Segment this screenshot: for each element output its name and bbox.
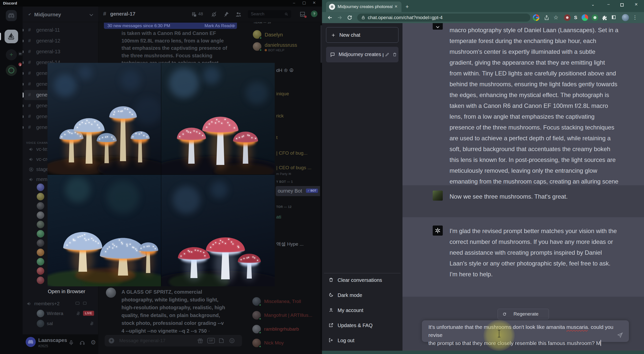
voice-user-avatar[interactable] <box>37 277 44 284</box>
mushroom-image-bottom-left[interactable] <box>48 175 161 286</box>
gif-icon[interactable]: GIF <box>207 338 215 343</box>
voice-channel-members2[interactable]: members+2 <box>23 300 98 308</box>
click-highlight <box>484 320 515 351</box>
new-messages-banner[interactable]: 30 new messages since 6:30 PM Mark As Re… <box>104 23 237 29</box>
message-avatar[interactable] <box>106 288 116 298</box>
extension-icon-1[interactable] <box>564 14 571 21</box>
sidebar-item-log-out[interactable]: Log out <box>322 333 403 348</box>
server-icon-midjourney[interactable]: 3 <box>5 30 18 43</box>
new-chat-button[interactable]: New chat <box>326 27 398 43</box>
bookmark-star-icon[interactable]: ☆ <box>553 14 558 21</box>
pin-icon[interactable] <box>223 11 229 17</box>
open-in-browser-link[interactable]: Open in Browser <box>48 289 85 294</box>
sidebar-item-my-account[interactable]: My account <box>322 303 403 318</box>
voice-user-avatar[interactable] <box>37 211 44 219</box>
window-maximize-icon[interactable] <box>620 3 624 7</box>
extension-icon-3[interactable] <box>592 14 598 21</box>
upload-plus-icon[interactable]: + <box>109 338 114 343</box>
voice-user-avatar[interactable] <box>37 258 44 266</box>
discord-home-button[interactable] <box>6 10 17 21</box>
extension-icon-2[interactable] <box>582 14 588 21</box>
voice-user-avatar[interactable] <box>37 267 44 275</box>
chat-input[interactable]: It's unfortunate that the mushrooms don'… <box>422 320 629 342</box>
conversation-item[interactable]: Midjourney creates pho <box>326 47 398 62</box>
profile-avatar[interactable] <box>622 14 629 21</box>
add-server-button[interactable]: + <box>6 49 17 60</box>
voice-user-avatar[interactable] <box>37 193 44 200</box>
sidepanel-icon[interactable] <box>612 15 616 19</box>
sidebar-item-dark-mode[interactable]: Dark mode <box>322 288 403 303</box>
voice-user-avatar[interactable] <box>37 184 44 191</box>
voice-member-wintera[interactable]: Wintera LIVE <box>23 310 98 318</box>
threads-icon[interactable] <box>191 11 197 17</box>
channel-general-13[interactable]: #general-13 <box>24 47 97 57</box>
sticker-icon[interactable] <box>218 338 224 344</box>
voice-user-avatar[interactable] <box>37 230 44 238</box>
username: Laanscapes <box>38 337 67 343</box>
window-minimize-icon[interactable]: – <box>605 2 612 7</box>
mic-icon[interactable] <box>68 340 74 345</box>
channel-general-12[interactable]: #general-12 <box>24 36 97 46</box>
message-input-bar[interactable]: + Message #general-17 GIF <box>105 335 242 346</box>
discord-window: Discord – ▢ ✕ 3 + ✔ Midjourney # <box>0 0 322 354</box>
tab-close-icon[interactable]: ✕ <box>394 4 398 9</box>
user-panel: Laanscapes #2625 ⚙ <box>23 334 98 354</box>
member-section-mod: TOR — 12 <box>276 205 292 209</box>
window-close-icon[interactable]: ✕ <box>632 2 640 7</box>
regenerate-button[interactable]: Regenerate response <box>498 309 549 319</box>
server-header[interactable]: ✔ Midjourney <box>23 7 98 22</box>
forward-icon[interactable] <box>337 15 343 21</box>
mushroom-image-top-left[interactable] <box>48 63 161 174</box>
verified-server-icon: ✔ <box>28 12 31 17</box>
reload-icon[interactable] <box>347 15 353 21</box>
edit-pencil-icon[interactable] <box>385 52 389 57</box>
voice-member-sal[interactable]: sal <box>23 320 98 328</box>
mark-as-read[interactable]: Mark As Read <box>205 23 231 28</box>
chatgpt-page: New chat Midjourney creates pho Clear co… <box>322 23 644 351</box>
emoji-icon[interactable] <box>229 338 235 344</box>
member-row-midjourney-bot[interactable]: ourney Bot✓ BOT <box>276 186 320 196</box>
extensions-puzzle-icon[interactable] <box>602 15 607 20</box>
send-icon[interactable] <box>617 332 623 338</box>
server-video-badge-icon <box>18 52 23 56</box>
back-icon[interactable] <box>327 15 333 21</box>
channel-topbar: # general-17 48 Search ? 30 new messages… <box>98 7 322 22</box>
google-icon[interactable] <box>533 14 539 21</box>
trash-icon[interactable] <box>392 52 397 57</box>
voice-user-avatar[interactable] <box>37 249 44 256</box>
help-icon[interactable]: ? <box>311 11 317 17</box>
share-icon[interactable] <box>544 15 549 21</box>
new-tab-icon[interactable]: + <box>406 4 409 10</box>
settings-gear-icon[interactable]: ⚙ <box>91 339 96 346</box>
user-avatar[interactable] <box>26 337 36 347</box>
voice-user-avatar[interactable] <box>37 221 44 228</box>
window-chevron-icon[interactable]: ⌄ <box>589 2 597 7</box>
sidebar-item-clear-conversations[interactable]: Clear conversations <box>322 273 403 288</box>
headphones-icon[interactable] <box>79 340 85 345</box>
message-input-placeholder: Message #general-17 <box>119 338 166 343</box>
explore-server-button[interactable] <box>6 65 17 76</box>
extension-icon-s[interactable]: S <box>574 15 577 20</box>
channel-general-11[interactable]: #general-11 <box>24 25 97 35</box>
notifications-muted-icon[interactable] <box>211 11 217 17</box>
menu-kebab-icon[interactable]: ⋮ <box>632 14 637 20</box>
chatgpt-sidebar: New chat Midjourney creates pho Clear co… <box>322 23 403 351</box>
discord-minimize-icon[interactable]: – <box>290 1 298 5</box>
sidebar-item-updates-faq[interactable]: Updates & FAQ <box>322 318 403 333</box>
gift-icon[interactable] <box>197 338 203 344</box>
discord-close-icon[interactable]: ✕ <box>310 1 318 5</box>
user-message: Now we see three mushrooms. That's great… <box>450 191 619 202</box>
member-fragment: dH ♔ ☮ <box>276 67 294 73</box>
member-section-bot: Y BOT — 1 <box>276 180 293 184</box>
voice-user-avatar[interactable] <box>37 239 44 247</box>
user-message-row: Now we see three mushrooms. That's great… <box>403 185 644 217</box>
browser-tab[interactable]: Midjourney creates photorealisti ✕ <box>326 2 401 12</box>
voice-user-avatar[interactable] <box>37 202 44 210</box>
mushroom-image-bottom-right[interactable] <box>161 175 275 286</box>
activity-icon <box>83 302 87 305</box>
discord-maximize-icon[interactable]: ▢ <box>300 1 308 5</box>
mushroom-image-top-right[interactable] <box>161 63 275 174</box>
member-list-icon[interactable] <box>235 11 242 18</box>
address-bar[interactable]: chat.openai.com/chat?model=gpt-4 <box>357 14 530 22</box>
search-input[interactable]: Search <box>248 10 291 18</box>
